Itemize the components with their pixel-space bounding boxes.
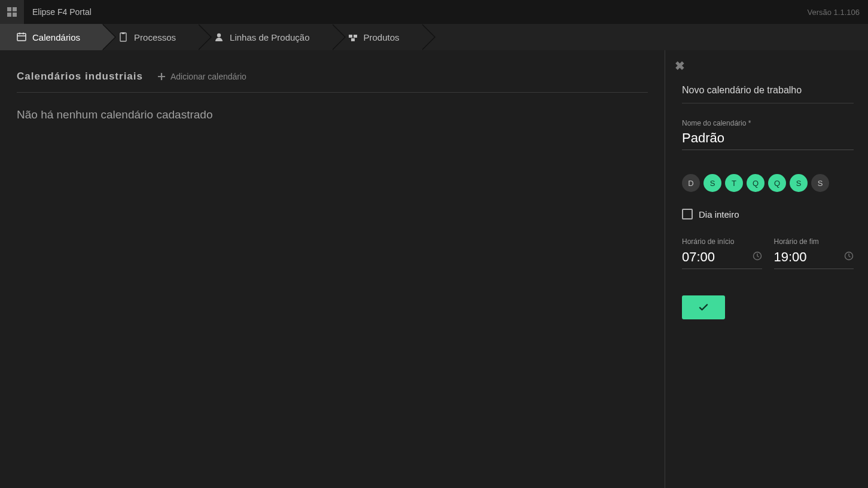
start-time-input[interactable]: 07:00 bbox=[682, 246, 762, 269]
nav-tab-calendarios[interactable]: Calendários bbox=[0, 24, 102, 50]
svg-rect-3 bbox=[13, 13, 17, 17]
checkbox-icon bbox=[682, 209, 693, 219]
end-time-input[interactable]: 19:00 bbox=[774, 246, 854, 269]
all-day-checkbox[interactable]: Dia inteiro bbox=[682, 209, 854, 219]
day-toggle-ter[interactable]: T bbox=[725, 174, 743, 192]
svg-rect-13 bbox=[351, 38, 355, 41]
page-title: Calendários industriais bbox=[17, 71, 143, 83]
add-calendar-button[interactable]: Adicionar calendário bbox=[157, 72, 246, 81]
start-time-label: Horário de início bbox=[682, 237, 762, 246]
svg-rect-2 bbox=[7, 13, 11, 17]
day-toggle-qui[interactable]: Q bbox=[768, 174, 786, 192]
svg-point-10 bbox=[217, 33, 221, 37]
day-toggle-sab[interactable]: S bbox=[811, 174, 829, 192]
svg-rect-4 bbox=[17, 33, 26, 41]
nav-label: Produtos bbox=[364, 32, 400, 42]
svg-rect-8 bbox=[120, 33, 126, 41]
nav-label: Calendários bbox=[32, 32, 80, 42]
close-icon: ✖ bbox=[675, 59, 685, 72]
svg-rect-1 bbox=[13, 7, 17, 11]
calendar-icon bbox=[17, 32, 26, 42]
nav-label: Linhas de Produção bbox=[230, 32, 309, 42]
day-toggle-seg[interactable]: S bbox=[703, 174, 721, 192]
svg-rect-11 bbox=[349, 35, 352, 38]
body: Calendários industriais Adicionar calend… bbox=[0, 50, 868, 488]
side-panel: ✖ Novo calendário de trabalho Nome do ca… bbox=[665, 50, 868, 488]
all-day-label: Dia inteiro bbox=[699, 209, 739, 219]
user-icon bbox=[214, 32, 224, 42]
name-label: Nome do calendário * bbox=[682, 119, 854, 127]
empty-state-message: Não há nenhum calendário cadastrado bbox=[17, 108, 648, 121]
start-time-value: 07:00 bbox=[682, 249, 715, 265]
check-icon bbox=[698, 301, 709, 313]
main-area: Calendários industriais Adicionar calend… bbox=[0, 50, 665, 488]
start-time-field: Horário de início 07:00 bbox=[682, 237, 762, 269]
top-bar: Elipse F4 Portal Versão 1.1.106 bbox=[0, 0, 868, 24]
plus-icon bbox=[157, 72, 166, 81]
end-time-field: Horário de fim 19:00 bbox=[774, 237, 854, 269]
clock-icon bbox=[844, 251, 854, 263]
end-time-label: Horário de fim bbox=[774, 237, 854, 246]
nav-tab-linhas[interactable]: Linhas de Produção bbox=[197, 24, 331, 50]
clock-icon bbox=[753, 251, 762, 263]
day-toggle-qua[interactable]: Q bbox=[747, 174, 765, 192]
svg-rect-12 bbox=[354, 35, 357, 38]
nav-tab-processos[interactable]: Processos bbox=[102, 24, 197, 50]
panel-title: Novo calendário de trabalho bbox=[682, 85, 854, 103]
time-row: Horário de início 07:00 Horário de fim 1… bbox=[682, 237, 854, 269]
day-selector: D S T Q Q S S bbox=[682, 174, 854, 192]
end-time-value: 19:00 bbox=[774, 249, 807, 265]
nav-label: Processos bbox=[134, 32, 176, 42]
close-panel-button[interactable]: ✖ bbox=[675, 59, 685, 73]
main-header: Calendários industriais Adicionar calend… bbox=[17, 71, 648, 93]
nav-bar: Calendários Processos Linhas de Produção… bbox=[0, 24, 868, 50]
name-field: Nome do calendário * bbox=[682, 119, 854, 150]
day-toggle-dom[interactable]: D bbox=[682, 174, 700, 192]
app-title: Elipse F4 Portal bbox=[32, 7, 92, 17]
svg-rect-0 bbox=[7, 7, 11, 11]
calendar-name-input[interactable] bbox=[682, 127, 854, 150]
grid-icon bbox=[7, 7, 17, 17]
package-icon bbox=[348, 32, 358, 42]
svg-rect-9 bbox=[122, 32, 125, 34]
clipboard-icon bbox=[118, 32, 128, 42]
confirm-button[interactable] bbox=[682, 295, 725, 319]
add-calendar-label: Adicionar calendário bbox=[170, 72, 246, 81]
app-menu-button[interactable] bbox=[0, 0, 24, 24]
app-version: Versão 1.1.106 bbox=[808, 8, 860, 17]
day-toggle-sex[interactable]: S bbox=[790, 174, 808, 192]
